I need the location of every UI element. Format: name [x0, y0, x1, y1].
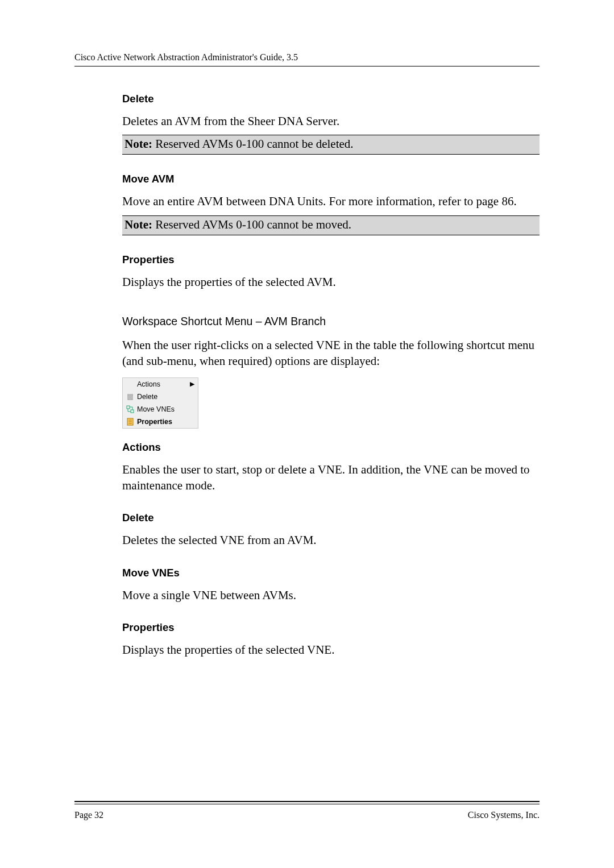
svg-rect-6 — [131, 410, 134, 413]
trash-icon — [126, 393, 134, 401]
page: Cisco Active Network Abstraction Adminis… — [0, 0, 614, 868]
heading-actions: Actions — [122, 441, 540, 454]
menu-label: Actions — [137, 380, 160, 388]
page-footer: Page 32 Cisco Systems, Inc. — [74, 801, 540, 820]
heading-delete-vne: Delete — [122, 512, 540, 524]
body-actions: Enables the user to start, stop or delet… — [122, 462, 540, 494]
heading-move-avm: Move AVM — [122, 173, 540, 185]
svg-rect-5 — [127, 406, 130, 409]
body-workspace: When the user right-clicks on a selected… — [122, 337, 540, 369]
body-move-avm: Move an entire AVM between DNA Units. Fo… — [122, 193, 540, 209]
sub-heading-workspace: Workspace Shortcut Menu – AVM Branch — [122, 315, 540, 328]
note-delete-avm: Note: Reserved AVMs 0-100 cannot be dele… — [122, 135, 540, 155]
menu-item-properties: Properties — [123, 416, 198, 428]
body-properties-vne: Displays the properties of the selected … — [122, 642, 540, 658]
body-delete-avm: Deletes an AVM from the Sheer DNA Server… — [122, 113, 540, 129]
svg-rect-1 — [127, 394, 133, 395]
menu-item-move-vnes: Move VNEs — [123, 403, 198, 416]
menu-item-delete: Delete — [123, 391, 198, 403]
footer-rules — [74, 801, 540, 804]
note-label: Note: — [125, 137, 152, 151]
body-properties-avm: Displays the properties of the selected … — [122, 274, 540, 290]
body-delete-vne: Deletes the selected VNE from an AVM. — [122, 532, 540, 548]
page-number: Page 32 — [74, 810, 103, 820]
note-text: Reserved AVMs 0-100 cannot be deleted. — [152, 137, 354, 151]
move-icon — [126, 405, 134, 413]
menu-label: Delete — [137, 393, 157, 401]
note-label: Note: — [125, 218, 152, 231]
footer-rule-thin — [74, 804, 540, 804]
heading-delete-avm: Delete — [122, 93, 540, 105]
context-menu-screenshot: Actions ▶ Delete Move VNEs Properties — [122, 377, 198, 429]
heading-move-vnes: Move VNEs — [122, 567, 540, 579]
note-move-avm: Note: Reserved AVMs 0-100 cannot be move… — [122, 215, 540, 235]
note-text: Reserved AVMs 0-100 cannot be moved. — [152, 218, 351, 231]
footer-rule-thick — [74, 801, 540, 802]
properties-icon — [126, 418, 134, 426]
menu-label: Properties — [137, 418, 172, 426]
menu-label: Move VNEs — [137, 405, 175, 413]
footer-company: Cisco Systems, Inc. — [468, 810, 540, 820]
header-rule — [74, 66, 540, 67]
menu-item-actions: Actions ▶ — [123, 378, 198, 391]
heading-properties-avm: Properties — [122, 254, 540, 266]
heading-properties-vne: Properties — [122, 621, 540, 634]
body-move-vnes: Move a single VNE between AVMs. — [122, 587, 540, 603]
running-header: Cisco Active Network Abstraction Adminis… — [74, 52, 540, 63]
content-area: Delete Deletes an AVM from the Sheer DNA… — [74, 93, 540, 658]
submenu-arrow-icon: ▶ — [190, 380, 194, 388]
